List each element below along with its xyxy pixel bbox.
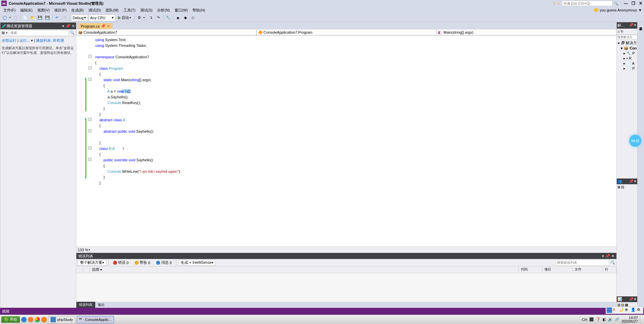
- task-phpstudy[interactable]: phpStudy: [48, 316, 75, 323]
- process-icon[interactable]: ⚙: [136, 14, 143, 21]
- nav-fwd-icon[interactable]: ◯: [12, 14, 19, 21]
- pin-icon[interactable]: 📌: [605, 254, 610, 258]
- test-search-input[interactable]: [9, 30, 69, 36]
- status-icon[interactable]: 👤: [631, 307, 636, 313]
- build-filter-dropdown[interactable]: 生成 + IntelliSense ▾: [178, 260, 215, 266]
- pinned-icon[interactable]: 📌: [101, 24, 106, 28]
- te-icon1[interactable]: ⊞: [617, 185, 620, 189]
- minimize-button[interactable]: —: [622, 1, 629, 6]
- tool4-icon[interactable]: ◇: [189, 14, 196, 21]
- fold-icon[interactable]: −: [88, 55, 92, 58]
- menu-edit[interactable]: 编辑(E): [18, 7, 35, 13]
- errors-filter-button[interactable]: 错误 0: [111, 260, 131, 266]
- tray-icon[interactable]: 🔗: [615, 317, 619, 322]
- platform-dropdown[interactable]: Any CPU▾: [88, 14, 115, 21]
- fold-icon[interactable]: −: [88, 147, 92, 150]
- close-icon[interactable]: ✕: [634, 23, 637, 28]
- fold-icon[interactable]: −: [88, 118, 92, 121]
- solution-tree[interactable]: ▸ 🗐 解决方 ▾ 📦 Con ▸ 🔧 P ▸ ▪ R ▸ 📄 A ▸ 📄 P: [617, 39, 637, 72]
- fold-icon[interactable]: −: [88, 158, 92, 161]
- fold-icon[interactable]: −: [88, 66, 92, 69]
- menu-project[interactable]: 项目(P): [52, 7, 69, 13]
- status-icon[interactable]: ⚙: [637, 307, 642, 313]
- home-icon[interactable]: ⌂: [617, 29, 620, 34]
- se-item[interactable]: ▸ ▪ R: [617, 56, 637, 61]
- se-item[interactable]: ▸ 📄 P: [617, 66, 637, 71]
- feedback-icon[interactable]: ☺: [557, 1, 561, 5]
- close-icon[interactable]: ✕: [611, 254, 614, 258]
- search-icon[interactable]: 🔍: [70, 31, 75, 35]
- tool-icon[interactable]: 🔧: [165, 14, 172, 21]
- tab-output[interactable]: 输出: [95, 302, 107, 308]
- refresh-icon[interactable]: ↻: [620, 29, 623, 34]
- chevron-down-icon[interactable]: ▼: [638, 8, 642, 12]
- col-code[interactable]: 代码: [519, 266, 542, 273]
- run-link[interactable]: 运行...: [20, 38, 30, 42]
- menu-debug[interactable]: 调试(D): [86, 7, 103, 13]
- close-icon[interactable]: ✕: [72, 24, 75, 28]
- col-file[interactable]: 文件: [573, 266, 603, 273]
- team-explorer-icon[interactable]: 👥: [617, 179, 622, 184]
- clock[interactable]: 14:07 2020/6/27: [621, 316, 638, 323]
- config-dropdown[interactable]: Debug▾: [71, 14, 88, 21]
- close-icon[interactable]: ✕: [634, 297, 637, 301]
- user-banner[interactable]: you guess Anonymous: [600, 8, 637, 12]
- col-project[interactable]: 项目: [542, 266, 573, 273]
- show-desktop-button[interactable]: [640, 316, 643, 323]
- menu-analyze[interactable]: 分析(N): [155, 7, 172, 13]
- save-all-icon[interactable]: 💾: [44, 14, 51, 21]
- tool2-icon[interactable]: ■: [175, 14, 181, 21]
- chevron-down-icon[interactable]: ▾: [89, 248, 90, 251]
- menu-window[interactable]: 窗口(W): [173, 7, 190, 13]
- playlist-link[interactable]: 播放列表: 所有测: [36, 38, 64, 42]
- close-icon[interactable]: ✕: [634, 179, 637, 184]
- chrome-icon[interactable]: [35, 317, 40, 322]
- notification-icon[interactable]: ▽: [553, 1, 556, 6]
- nav-back-icon[interactable]: ◯: [1, 14, 8, 21]
- firefox-icon[interactable]: [41, 317, 47, 322]
- fold-icon[interactable]: −: [88, 78, 92, 81]
- open-file-icon[interactable]: 📂: [29, 14, 36, 21]
- nav-member-dropdown[interactable]: ◧ Main(string[] args): [436, 29, 616, 35]
- props-icon[interactable]: 📊: [617, 297, 622, 301]
- nav-project-dropdown[interactable]: 📦 ConsoleApplication7: [76, 29, 256, 35]
- pin-icon[interactable]: 📌: [629, 179, 634, 184]
- status-icon[interactable]: ⊕: [625, 307, 630, 313]
- ime-indicator[interactable]: CH: [582, 318, 587, 322]
- menu-view[interactable]: 视图(V): [35, 7, 52, 13]
- restore-button[interactable]: ❐: [630, 1, 637, 6]
- step-into-icon[interactable]: ↴: [148, 14, 154, 21]
- status-icon[interactable]: [607, 307, 612, 313]
- warnings-filter-button[interactable]: 警告 0: [132, 260, 152, 266]
- start-debug-button[interactable]: 启动 ▾: [116, 14, 133, 21]
- pin-icon[interactable]: 📌: [629, 297, 634, 301]
- timer-badge[interactable]: 04:42: [629, 135, 641, 147]
- se-search-input[interactable]: [617, 35, 637, 39]
- step-over-icon[interactable]: ↷: [155, 14, 162, 21]
- status-icon[interactable]: A: [613, 307, 618, 313]
- col-line[interactable]: 行: [603, 266, 616, 273]
- close-button[interactable]: ✕: [637, 1, 644, 6]
- menu-test[interactable]: 测试(S): [138, 7, 155, 13]
- nav-class-dropdown[interactable]: 🔶 ConsoleApplication7.Program: [256, 29, 436, 35]
- tray-icon[interactable]: ❓: [596, 317, 601, 322]
- fold-icon[interactable]: −: [88, 129, 92, 132]
- ie-icon[interactable]: [21, 317, 27, 322]
- tray-icon[interactable]: ◧: [603, 317, 606, 322]
- se-item[interactable]: ▾ 📦 Con: [617, 46, 637, 51]
- task-vs[interactable]: ⋈ ConsoleApplic...: [77, 316, 114, 323]
- status-icon[interactable]: 🌙: [619, 307, 624, 313]
- undo-icon[interactable]: ↶: [54, 14, 61, 21]
- te-icon2[interactable]: ⊟: [621, 185, 624, 189]
- code-body[interactable]: using System.Text; using System.Threadin…: [93, 36, 616, 247]
- menu-team[interactable]: 团队(M): [104, 7, 121, 13]
- pin-icon[interactable]: 📌: [629, 23, 634, 28]
- se-item[interactable]: ▸ 🗐 解决方: [617, 40, 637, 46]
- quick-launch-input[interactable]: [562, 1, 612, 6]
- tray-icon[interactable]: 🔊: [608, 317, 613, 322]
- se-item[interactable]: ▸ 🔧 P: [617, 51, 637, 56]
- tray-icon[interactable]: ⬛: [589, 317, 594, 322]
- close-tab-icon[interactable]: ✕: [107, 24, 110, 28]
- col-desc[interactable]: 说明 ▾: [90, 266, 519, 273]
- dropdown-icon[interactable]: ▾: [62, 24, 64, 28]
